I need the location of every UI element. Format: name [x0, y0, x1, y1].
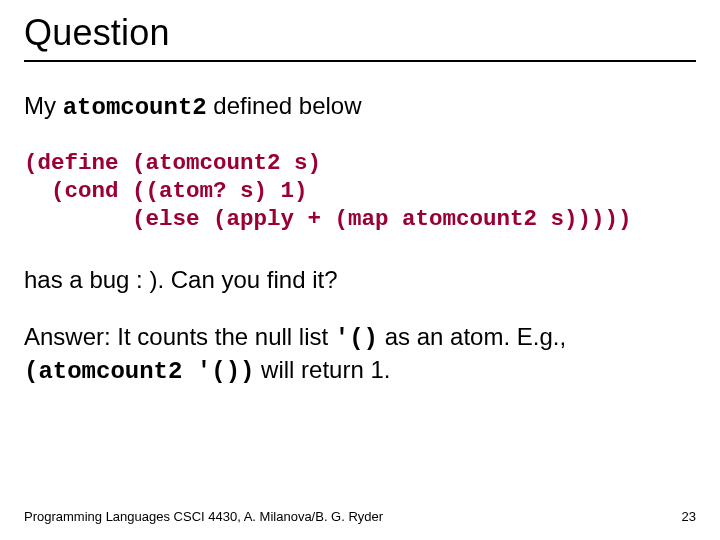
slide-body: My atomcount2 defined below (define (ato… [24, 90, 696, 387]
intro-line: My atomcount2 defined below [24, 90, 696, 123]
answer-mid: as an atom. E.g., [378, 323, 566, 350]
page-number: 23 [682, 509, 696, 524]
answer-pre: Answer: It counts the null list [24, 323, 335, 350]
intro-post: defined below [207, 92, 362, 119]
answer-code-1: '() [335, 325, 378, 352]
code-line-2: (cond ((atom? s) 1) [24, 178, 308, 204]
answer-line: Answer: It counts the null list '() as a… [24, 321, 696, 387]
answer-code-2: (atomcount2 '()) [24, 358, 254, 385]
slide-title: Question [24, 12, 696, 54]
answer-post: will return 1. [254, 356, 390, 383]
code-block: (define (atomcount2 s) (cond ((atom? s) … [24, 149, 696, 233]
title-rule [24, 60, 696, 62]
slide: Question My atomcount2 defined below (de… [0, 0, 720, 540]
bug-line: has a bug : ). Can you find it? [24, 264, 696, 295]
code-line-3: (else (apply + (map atomcount2 s))))) [24, 206, 632, 232]
code-line-1: (define (atomcount2 s) [24, 150, 321, 176]
intro-pre: My [24, 92, 63, 119]
footer-text: Programming Languages CSCI 4430, A. Mila… [24, 509, 383, 524]
intro-code: atomcount2 [63, 94, 207, 121]
